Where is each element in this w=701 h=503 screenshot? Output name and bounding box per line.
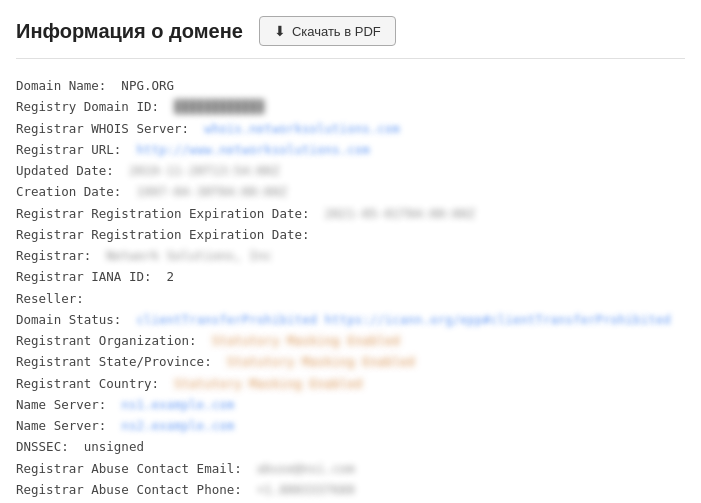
whois-line: Domain Status: clientTransferProhibited … [16,309,685,330]
download-icon: ⬇ [274,23,286,39]
page-header: Информация о домене ⬇ Скачать в PDF [16,16,685,59]
pdf-download-button[interactable]: ⬇ Скачать в PDF [259,16,396,46]
whois-line: Registrant Organization: Statutory Maski… [16,330,685,351]
whois-field-label: Registrant Country: [16,373,174,394]
whois-field-label: Registrar Abuse Contact Phone: [16,479,257,500]
whois-field-label: Name Server: [16,394,121,415]
whois-content: Domain Name: NPG.ORGRegistry Domain ID: … [16,75,685,503]
whois-field-label: Registrar: [16,245,106,266]
whois-field-label: Registrar WHOIS Server: [16,118,204,139]
whois-field-label: Registrar IANA ID: [16,266,167,287]
whois-field-value: Statutory Masking Enabled [174,373,362,394]
whois-field-label: Registrar URL: [16,139,136,160]
whois-field-label: Domain Status: [16,309,136,330]
whois-field-label: Registrar Abuse Contact Email: [16,458,257,479]
whois-field-value: 2021-05-01T04:00:00Z [325,203,476,224]
whois-field-label: Creation Date: [16,181,136,202]
whois-field-label: Registrant Organization: [16,330,212,351]
whois-field-label: Registrar Registration Expiration Date: [16,224,325,245]
whois-line: Registry Domain ID: ████████████ [16,96,685,117]
whois-field-label: Registry Domain ID: [16,96,174,117]
whois-field-value: NPG.ORG [121,75,174,96]
whois-field-value: 2 [167,266,175,287]
whois-field-label: Reseller: [16,288,99,309]
whois-line: Registrar Registration Expiration Date: [16,224,685,245]
whois-field-value: 1997-04-30T04:00:00Z [136,181,287,202]
whois-field-value: unsigned [84,436,144,457]
whois-field-value: ████████████ [174,96,264,117]
whois-field-label: Domain Name: [16,75,121,96]
whois-field-label: DNSSEC: [16,436,84,457]
whois-field-value: ns1.example.com [121,394,234,415]
whois-field-label: Registrar Registration Expiration Date: [16,203,325,224]
whois-field-label: Updated Date: [16,160,129,181]
pdf-button-label: Скачать в PDF [292,24,381,39]
whois-field-value: Network Solutions, Inc [106,245,272,266]
whois-field-label: Name Server: [16,415,121,436]
whois-line: Name Server: ns2.example.com [16,415,685,436]
whois-line: Registrar IANA ID: 2 [16,266,685,287]
whois-field-value: abuse@nsi.com [257,458,355,479]
whois-line: Registrar URL: http://www.networksolutio… [16,139,685,160]
whois-line: Name Server: ns1.example.com [16,394,685,415]
whois-line: Registrar WHOIS Server: whois.networksol… [16,118,685,139]
whois-field-value: Statutory Masking Enabled [227,351,415,372]
whois-field-value: +1.8003337680 [257,479,355,500]
page-title: Информация о домене [16,20,243,43]
whois-line: Registrar: Network Solutions, Inc [16,245,685,266]
whois-line: Registrar Registration Expiration Date: … [16,203,685,224]
whois-line: Registrant Country: Statutory Masking En… [16,373,685,394]
whois-line: Registrar Abuse Contact Phone: +1.800333… [16,479,685,500]
whois-field-value: 2019-11-20T13:54:00Z [129,160,280,181]
whois-field-label: Registrant State/Province: [16,351,227,372]
whois-field-value: whois.networksolutions.com [204,118,400,139]
whois-line: Registrar Abuse Contact Email: abuse@nsi… [16,458,685,479]
whois-line: Registrant State/Province: Statutory Mas… [16,351,685,372]
whois-field-value: ns2.example.com [121,415,234,436]
whois-line: Domain Name: NPG.ORG [16,75,685,96]
whois-line: Creation Date: 1997-04-30T04:00:00Z [16,181,685,202]
whois-field-value: Statutory Masking Enabled [212,330,400,351]
whois-line: DNSSEC: unsigned [16,436,685,457]
whois-line: Updated Date: 2019-11-20T13:54:00Z [16,160,685,181]
whois-field-value: clientTransferProhibited https://icann.o… [136,309,670,330]
whois-line: Reseller: [16,288,685,309]
whois-field-value: http://www.networksolutions.com [136,139,369,160]
